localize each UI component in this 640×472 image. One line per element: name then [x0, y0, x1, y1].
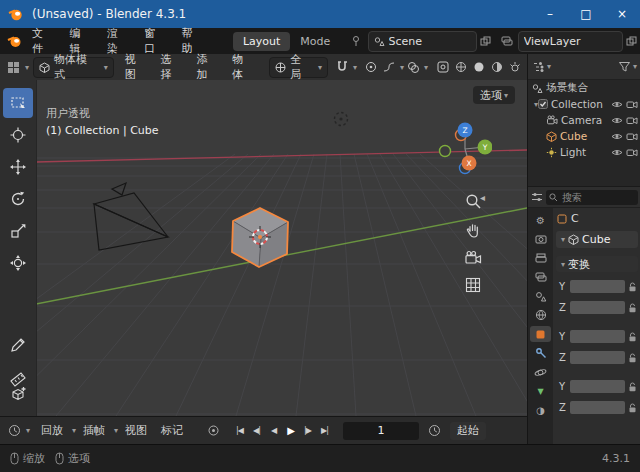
outliner-row-scene-collection[interactable]: 场景集合: [528, 80, 640, 96]
hide-eye-icon[interactable]: [611, 100, 623, 109]
tool-add-cube[interactable]: [3, 379, 33, 409]
value-field[interactable]: [570, 380, 625, 393]
tab-output[interactable]: [530, 250, 551, 266]
next-keyframe-button[interactable]: |▶: [299, 422, 316, 439]
tool-move[interactable]: [3, 152, 33, 182]
editor-type-icon[interactable]: [4, 61, 23, 74]
new-scene-icon[interactable]: [477, 36, 494, 47]
shading-wireframe-icon[interactable]: [452, 61, 470, 73]
value-field[interactable]: [570, 301, 625, 314]
outliner-editor-icon[interactable]: [532, 61, 545, 73]
menu-markers[interactable]: 标记: [154, 423, 190, 438]
shading-material-icon[interactable]: [488, 61, 506, 73]
render-visibility-icon[interactable]: [626, 148, 638, 157]
play-reverse-button[interactable]: ◀: [265, 422, 282, 439]
lock-icon[interactable]: [628, 403, 637, 413]
value-field[interactable]: [570, 330, 625, 343]
tool-scale[interactable]: [3, 216, 33, 246]
tool-cursor[interactable]: [3, 120, 33, 150]
hide-eye-icon[interactable]: [611, 116, 623, 125]
show-overlays-icon[interactable]: [404, 61, 422, 73]
new-viewlayer-icon[interactable]: [623, 36, 640, 47]
menu-add[interactable]: 添加: [189, 52, 225, 82]
tool-rotate[interactable]: [3, 184, 33, 214]
maximize-button[interactable]: □: [568, 0, 604, 28]
camera-object[interactable]: [94, 183, 168, 250]
viewlayer-selector[interactable]: ViewLayer: [518, 31, 623, 52]
viewport-3d[interactable]: Z Y X: [0, 80, 527, 416]
clock-icon[interactable]: [425, 424, 444, 437]
timeline-editor-icon[interactable]: [5, 424, 24, 437]
axis-neg-y-handle[interactable]: [440, 146, 451, 157]
tool-transform[interactable]: [3, 248, 33, 278]
lock-icon[interactable]: [628, 332, 637, 342]
tab-object[interactable]: [530, 326, 551, 342]
tab-scene[interactable]: [530, 288, 551, 304]
viewport-options-button[interactable]: 选项 ▾: [473, 86, 515, 104]
tool-annotate[interactable]: [3, 330, 33, 360]
play-button[interactable]: ▶: [282, 422, 299, 439]
navigation-gizmo[interactable]: Z Y X: [438, 122, 492, 176]
value-field[interactable]: [570, 351, 625, 364]
menu-select[interactable]: 选择: [154, 52, 190, 82]
workspace-tab-modeling[interactable]: Mode: [296, 32, 333, 51]
outliner-row-collection[interactable]: ▾ Collection: [528, 96, 640, 112]
lock-icon[interactable]: [628, 303, 637, 313]
tab-modifiers[interactable]: [530, 345, 551, 361]
toggle-xray-icon[interactable]: [434, 61, 452, 73]
outliner-row-cube[interactable]: Cube: [528, 128, 640, 144]
menu-object[interactable]: 物体: [225, 52, 261, 82]
close-button[interactable]: ×: [604, 0, 640, 28]
render-visibility-icon[interactable]: [626, 132, 638, 141]
cube-object[interactable]: [232, 208, 288, 267]
tool-select-box[interactable]: [3, 88, 33, 118]
jump-to-end-button[interactable]: ▶|: [316, 422, 333, 439]
current-frame-field[interactable]: 1: [343, 422, 419, 440]
minimize-button[interactable]: –: [532, 0, 568, 28]
workspace-tab-layout[interactable]: Layout: [233, 32, 290, 51]
tab-tool[interactable]: ⚙: [530, 212, 551, 228]
properties-search-field[interactable]: [546, 190, 638, 205]
toggle-ortho-icon[interactable]: [462, 274, 484, 296]
collection-checkbox[interactable]: [538, 99, 548, 109]
menu-view[interactable]: 视图: [118, 52, 154, 82]
outliner-row-camera[interactable]: Camera: [528, 112, 640, 128]
tab-render[interactable]: [530, 231, 551, 247]
falloff-icon[interactable]: [380, 61, 398, 73]
pan-hand-icon[interactable]: [462, 218, 484, 240]
tab-material[interactable]: ◑: [530, 402, 551, 418]
lock-icon[interactable]: [628, 282, 637, 292]
prev-keyframe-button[interactable]: ◀|: [248, 422, 265, 439]
scene-selector[interactable]: Scene: [368, 31, 477, 52]
tab-physics[interactable]: [530, 364, 551, 380]
zoom-tool-icon[interactable]: [462, 190, 484, 212]
shading-rendered-icon[interactable]: [506, 61, 524, 73]
camera-view-icon[interactable]: [462, 246, 484, 268]
jump-to-start-button[interactable]: |◀: [231, 422, 248, 439]
menu-keying[interactable]: 插帧: [76, 423, 112, 438]
hide-eye-icon[interactable]: [611, 132, 623, 141]
pin-icon[interactable]: [348, 35, 364, 47]
mode-dropdown[interactable]: 物体模式 ▾: [33, 57, 114, 78]
lock-icon[interactable]: [628, 382, 637, 392]
tab-viewlayer[interactable]: [530, 269, 551, 285]
autokey-icon[interactable]: [204, 424, 223, 437]
value-field[interactable]: [570, 280, 625, 293]
value-field[interactable]: [570, 401, 625, 414]
object-name-field[interactable]: ▾ Cube: [556, 231, 638, 248]
frame-start-field[interactable]: 起始: [450, 422, 486, 440]
tab-world[interactable]: [530, 307, 551, 323]
lock-icon[interactable]: [628, 353, 637, 363]
proportional-edit-icon[interactable]: [362, 61, 380, 73]
properties-editor-icon[interactable]: [531, 191, 543, 203]
shading-solid-icon[interactable]: [470, 61, 488, 73]
orientation-dropdown[interactable]: 全局 ▾: [269, 57, 328, 78]
render-visibility-icon[interactable]: [626, 100, 638, 109]
filter-funnel-icon[interactable]: [618, 61, 631, 73]
tab-data[interactable]: ▼: [530, 383, 551, 399]
render-visibility-icon[interactable]: [626, 116, 638, 125]
menu-playback[interactable]: 回放: [34, 423, 70, 438]
hide-eye-icon[interactable]: [611, 148, 623, 157]
menu-view-timeline[interactable]: 视图: [118, 423, 154, 438]
transform-panel-header[interactable]: ▾ 变换: [556, 256, 638, 272]
